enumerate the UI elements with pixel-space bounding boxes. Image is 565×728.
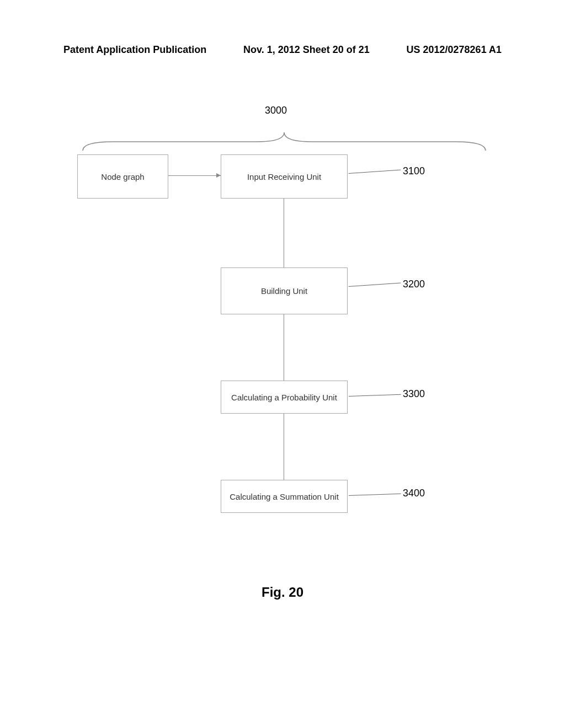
ref-3200: 3200 [403, 279, 425, 290]
arrowhead-icon [216, 173, 221, 178]
building-unit-label: Building Unit [261, 286, 307, 296]
system-ref-label: 3000 [265, 105, 287, 116]
input-unit-label: Input Receiving Unit [247, 172, 321, 181]
header-right: US 2012/0278261 A1 [407, 44, 502, 56]
probability-unit-box: Calculating a Probability Unit [221, 381, 348, 414]
input-receiving-unit-box: Input Receiving Unit [221, 154, 348, 199]
node-graph-box: Node graph [77, 154, 168, 199]
prob-unit-label: Calculating a Probability Unit [231, 393, 337, 402]
connector-prob-to-sum [284, 414, 284, 480]
page-header: Patent Application Publication Nov. 1, 2… [0, 44, 565, 56]
ref-3100: 3100 [403, 165, 425, 177]
leader-line-3100 [349, 169, 402, 180]
header-center: Nov. 1, 2012 Sheet 20 of 21 [243, 44, 370, 56]
curly-bracket [80, 130, 488, 152]
summation-unit-box: Calculating a Summation Unit [221, 480, 348, 513]
leader-line-3300 [349, 394, 401, 403]
node-graph-label: Node graph [101, 172, 144, 181]
leader-line-3400 [349, 494, 401, 502]
arrow-nodegraph-to-input [168, 175, 221, 176]
building-unit-box: Building Unit [221, 267, 348, 314]
ref-3400: 3400 [403, 488, 425, 499]
header-left: Patent Application Publication [63, 44, 206, 56]
figure-caption: Fig. 20 [0, 585, 565, 600]
diagram: 3000 Node graph Input Receiving Unit Bui… [77, 105, 491, 546]
connector-input-to-building [284, 199, 284, 267]
connector-building-to-prob [284, 314, 284, 381]
sum-unit-label: Calculating a Summation Unit [230, 492, 339, 501]
leader-line-3200 [349, 282, 402, 293]
ref-3300: 3300 [403, 388, 425, 400]
